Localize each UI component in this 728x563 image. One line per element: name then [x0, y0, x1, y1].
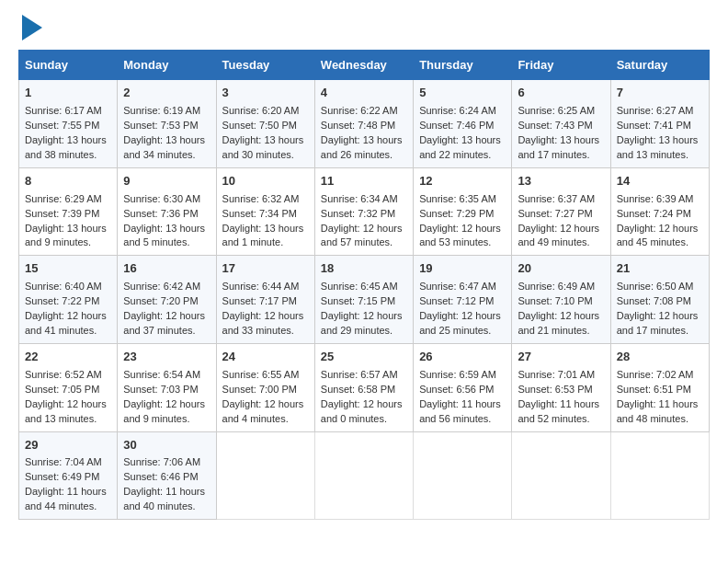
day-info-line: and 29 minutes. — [321, 324, 407, 339]
day-info-line: Sunrise: 6:49 AM — [518, 280, 604, 294]
day-info-line: Daylight: 13 hours — [25, 222, 111, 236]
day-info-line: Sunset: 7:36 PM — [123, 207, 210, 222]
day-info-line: Sunrise: 6:17 AM — [25, 104, 111, 119]
day-cell: 9Sunrise: 6:30 AMSunset: 7:36 PMDaylight… — [118, 167, 216, 256]
day-cell: 27Sunrise: 7:01 AMSunset: 6:53 PMDayligh… — [512, 343, 610, 431]
day-info-line: and 44 minutes. — [25, 500, 111, 514]
day-cell: 12Sunrise: 6:35 AMSunset: 7:29 PMDayligh… — [414, 167, 512, 256]
day-info-line: Sunset: 7:03 PM — [123, 383, 210, 397]
day-info-line: and 4 minutes. — [222, 412, 309, 427]
day-number: 20 — [518, 260, 604, 278]
day-cell: 16Sunrise: 6:42 AMSunset: 7:20 PMDayligh… — [118, 256, 216, 344]
day-info-line: and 17 minutes. — [617, 324, 703, 339]
day-info-line: Sunrise: 6:30 AM — [123, 192, 210, 207]
day-info-line: Sunset: 7:46 PM — [419, 119, 506, 133]
day-info-line: Sunset: 7:34 PM — [222, 207, 309, 222]
day-info-line: Sunset: 7:27 PM — [518, 207, 604, 222]
day-info-line: Daylight: 12 hours — [518, 309, 604, 324]
day-cell: 7Sunrise: 6:27 AMSunset: 7:41 PMDaylight… — [610, 80, 709, 168]
day-cell: 1Sunrise: 6:17 AMSunset: 7:55 PMDaylight… — [19, 80, 118, 168]
day-number: 26 — [419, 349, 506, 366]
day-info-line: and 26 minutes. — [321, 148, 407, 163]
day-number: 25 — [321, 349, 407, 366]
day-info-line: Daylight: 12 hours — [321, 397, 407, 412]
day-info-line: Sunset: 7:48 PM — [321, 119, 407, 133]
day-info-line: and 41 minutes. — [25, 324, 111, 339]
day-info-line: and 33 minutes. — [222, 324, 309, 339]
day-info-line: Daylight: 11 hours — [25, 485, 111, 500]
day-cell: 14Sunrise: 6:39 AMSunset: 7:24 PMDayligh… — [610, 167, 709, 256]
week-row-1: 1Sunrise: 6:17 AMSunset: 7:55 PMDaylight… — [19, 80, 710, 168]
day-number: 8 — [25, 173, 111, 190]
day-info-line: Daylight: 13 hours — [321, 133, 407, 148]
day-info-line: Sunset: 7:55 PM — [25, 119, 111, 133]
logo — [18, 18, 42, 40]
day-info-line: Sunrise: 7:04 AM — [25, 455, 111, 470]
day-info-line: and 37 minutes. — [123, 324, 210, 339]
day-info-line: and 56 minutes. — [419, 412, 506, 427]
day-info-line: Sunrise: 6:22 AM — [321, 104, 407, 119]
column-header-monday: Monday — [118, 51, 216, 80]
day-number: 6 — [518, 85, 604, 102]
day-cell: 23Sunrise: 6:54 AMSunset: 7:03 PMDayligh… — [118, 343, 216, 431]
day-info-line: Daylight: 11 hours — [518, 397, 604, 412]
day-info-line: Daylight: 12 hours — [321, 309, 407, 324]
day-cell: 10Sunrise: 6:32 AMSunset: 7:34 PMDayligh… — [216, 167, 314, 256]
day-number: 10 — [222, 173, 309, 190]
day-number: 17 — [222, 260, 309, 278]
day-info-line: Sunset: 7:08 PM — [617, 294, 703, 309]
day-info-line: Sunrise: 6:20 AM — [222, 104, 309, 119]
day-cell — [216, 431, 314, 520]
day-number: 19 — [419, 260, 506, 278]
day-cell: 29Sunrise: 7:04 AMSunset: 6:49 PMDayligh… — [19, 431, 118, 520]
day-info-line: Sunset: 7:00 PM — [222, 383, 309, 397]
day-info-line: Daylight: 13 hours — [419, 133, 506, 148]
day-info-line: Daylight: 12 hours — [222, 309, 309, 324]
day-number: 9 — [123, 173, 210, 190]
day-info-line: Sunrise: 6:25 AM — [518, 104, 604, 119]
day-info-line: Sunrise: 6:32 AM — [222, 192, 309, 207]
day-info-line: Sunset: 7:22 PM — [25, 294, 111, 309]
day-info-line: and 21 minutes. — [518, 324, 604, 339]
day-number: 21 — [617, 260, 703, 278]
day-info-line: and 13 minutes. — [25, 412, 111, 427]
day-info-line: Daylight: 12 hours — [123, 309, 210, 324]
day-info-line: Daylight: 12 hours — [123, 397, 210, 412]
day-info-line: Sunset: 7:39 PM — [25, 207, 111, 222]
day-info-line: Daylight: 12 hours — [25, 309, 111, 324]
day-info-line: Sunrise: 6:57 AM — [321, 368, 407, 383]
day-info-line: and 49 minutes. — [518, 236, 604, 250]
day-info-line: Sunset: 7:17 PM — [222, 294, 309, 309]
day-cell: 18Sunrise: 6:45 AMSunset: 7:15 PMDayligh… — [314, 256, 413, 344]
day-info-line: Sunset: 7:32 PM — [321, 207, 407, 222]
day-cell: 8Sunrise: 6:29 AMSunset: 7:39 PMDaylight… — [19, 167, 118, 256]
day-number: 1 — [25, 85, 111, 102]
day-info-line: and 40 minutes. — [123, 500, 210, 514]
day-number: 7 — [617, 85, 703, 102]
day-info-line: and 0 minutes. — [321, 412, 407, 427]
day-info-line: and 1 minute. — [222, 236, 309, 250]
day-info-line: Sunrise: 6:55 AM — [222, 368, 309, 383]
day-info-line: Daylight: 12 hours — [617, 309, 703, 324]
day-info-line: Sunset: 7:10 PM — [518, 294, 604, 309]
day-cell — [610, 431, 709, 520]
day-cell: 26Sunrise: 6:59 AMSunset: 6:56 PMDayligh… — [414, 343, 512, 431]
day-info-line: Daylight: 11 hours — [617, 397, 703, 412]
day-info-line: Daylight: 11 hours — [123, 485, 210, 500]
day-number: 27 — [518, 349, 604, 366]
day-info-line: Sunset: 6:51 PM — [617, 383, 703, 397]
day-cell: 20Sunrise: 6:49 AMSunset: 7:10 PMDayligh… — [512, 256, 610, 344]
day-info-line: and 52 minutes. — [518, 412, 604, 427]
day-number: 3 — [222, 85, 309, 102]
day-info-line: and 57 minutes. — [321, 236, 407, 250]
week-row-3: 15Sunrise: 6:40 AMSunset: 7:22 PMDayligh… — [19, 256, 710, 344]
day-info-line: Sunset: 7:15 PM — [321, 294, 407, 309]
day-info-line: and 13 minutes. — [617, 148, 703, 163]
day-cell: 17Sunrise: 6:44 AMSunset: 7:17 PMDayligh… — [216, 256, 314, 344]
column-header-friday: Friday — [512, 51, 610, 80]
day-cell: 5Sunrise: 6:24 AMSunset: 7:46 PMDaylight… — [414, 80, 512, 168]
week-row-5: 29Sunrise: 7:04 AMSunset: 6:49 PMDayligh… — [19, 431, 710, 520]
day-info-line: Sunrise: 6:19 AM — [123, 104, 210, 119]
day-info-line: Daylight: 11 hours — [419, 397, 506, 412]
day-info-line: Sunrise: 6:52 AM — [25, 368, 111, 383]
